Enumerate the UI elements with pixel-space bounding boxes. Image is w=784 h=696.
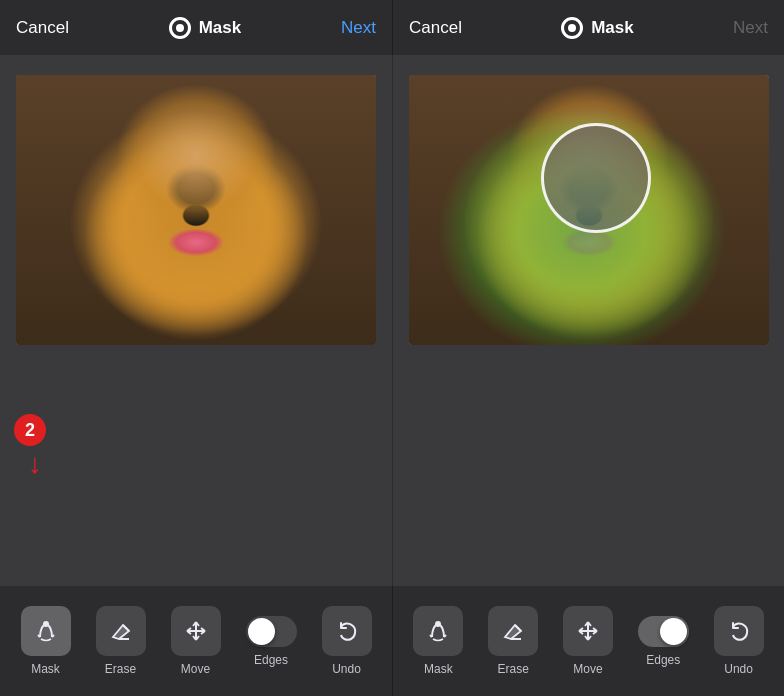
left-undo-label: Undo	[332, 662, 361, 676]
left-header-title: Mask	[199, 18, 242, 38]
right-erase-tool[interactable]: Erase	[488, 606, 538, 676]
left-next-button[interactable]: Next	[341, 18, 376, 38]
right-erase-tool-icon	[499, 617, 527, 645]
step-arrow: ↓	[28, 450, 42, 478]
right-header-center: Mask	[561, 17, 634, 39]
right-move-tool-icon	[574, 617, 602, 645]
right-undo-icon-bg	[714, 606, 764, 656]
mask-circle[interactable]	[541, 123, 651, 233]
left-toggle-switch[interactable]	[246, 616, 297, 647]
right-mask-icon-bg	[413, 606, 463, 656]
right-move-icon-bg	[563, 606, 613, 656]
left-undo-tool[interactable]: Undo	[322, 606, 372, 676]
left-mask-icon-bg	[21, 606, 71, 656]
right-undo-label: Undo	[724, 662, 753, 676]
left-panel-content: NCHESTER UNITED 2 ↓	[0, 55, 392, 586]
right-move-label: Move	[573, 662, 602, 676]
bottom-bar: Mask Erase	[0, 586, 784, 696]
left-erase-label: Erase	[105, 662, 136, 676]
right-panel-content: NCHESTER UNITED	[392, 55, 784, 586]
right-mask-label: Mask	[424, 662, 453, 676]
right-mask-icon	[561, 17, 583, 39]
right-erase-label: Erase	[498, 662, 529, 676]
left-erase-tool[interactable]: Erase	[96, 606, 146, 676]
erase-tool-icon	[107, 617, 135, 645]
left-mask-tool[interactable]: Mask	[21, 606, 71, 676]
left-erase-icon-bg	[96, 606, 146, 656]
right-next-button[interactable]: Next	[733, 18, 768, 38]
left-edges-label: Edges	[254, 653, 288, 667]
left-toolbar: Mask Erase	[0, 586, 392, 696]
mask-tool-icon	[32, 617, 60, 645]
right-edges-label: Edges	[646, 653, 680, 667]
right-image[interactable]: NCHESTER UNITED	[409, 75, 769, 345]
right-move-tool[interactable]: Move	[563, 606, 613, 676]
left-edges-toggle[interactable]: Edges	[246, 616, 297, 667]
right-toggle-knob	[660, 618, 687, 645]
right-undo-tool[interactable]: Undo	[714, 606, 764, 676]
right-toolbar: Mask Erase	[392, 586, 784, 696]
right-cancel-button[interactable]: Cancel	[409, 18, 462, 38]
svg-point-1	[436, 622, 440, 626]
left-header-center: Mask	[169, 17, 242, 39]
main-content: NCHESTER UNITED 2 ↓ NCHESTER UNITED	[0, 55, 784, 586]
svg-point-0	[44, 622, 48, 626]
right-header-title: Mask	[591, 18, 634, 38]
right-panel-header: Cancel Mask Next	[392, 0, 784, 55]
right-erase-icon-bg	[488, 606, 538, 656]
left-mask-label: Mask	[31, 662, 60, 676]
left-toggle-knob	[248, 618, 275, 645]
right-undo-tool-icon	[725, 617, 753, 645]
top-bar: Cancel Mask Next Cancel Mask Next	[0, 0, 784, 55]
left-image[interactable]: NCHESTER UNITED	[16, 75, 376, 345]
right-mask-tool-icon	[424, 617, 452, 645]
left-panel-header: Cancel Mask Next	[0, 0, 392, 55]
dog-overlay	[16, 75, 376, 345]
left-move-tool[interactable]: Move	[171, 606, 221, 676]
step-badge: 2	[14, 414, 46, 446]
left-move-label: Move	[181, 662, 210, 676]
right-mask-tool[interactable]: Mask	[413, 606, 463, 676]
left-cancel-button[interactable]: Cancel	[16, 18, 69, 38]
left-mask-icon	[169, 17, 191, 39]
undo-tool-icon	[333, 617, 361, 645]
left-undo-icon-bg	[322, 606, 372, 656]
right-edges-toggle[interactable]: Edges	[638, 616, 689, 667]
move-tool-icon	[182, 617, 210, 645]
right-toggle-switch[interactable]	[638, 616, 689, 647]
left-move-icon-bg	[171, 606, 221, 656]
